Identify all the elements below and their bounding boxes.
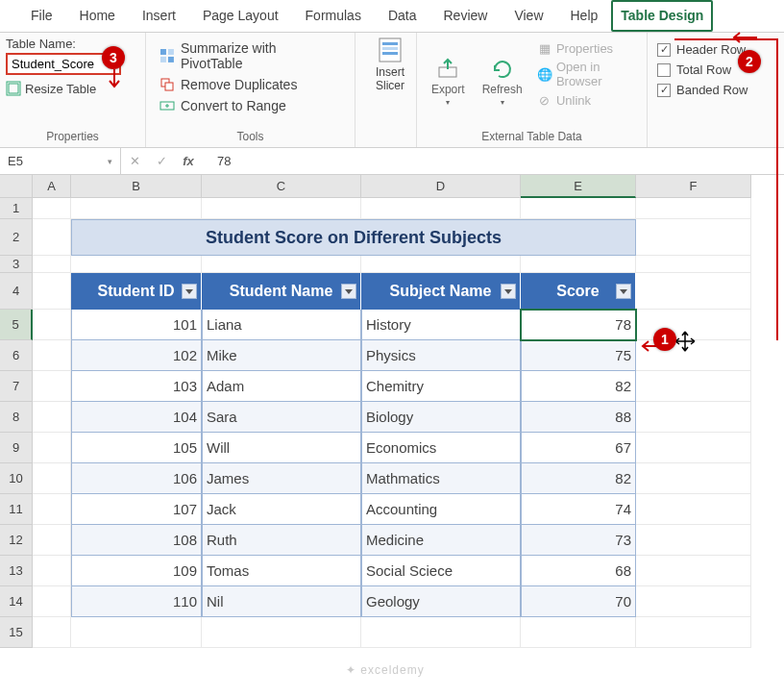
col-C[interactable]: C [202, 175, 361, 198]
th-student-id[interactable]: Student ID [71, 273, 202, 310]
cell-subject[interactable]: Chemitry [361, 371, 521, 402]
remove-duplicates-button[interactable]: Remove Duplicates [159, 77, 341, 92]
group-tools-label: Tools [152, 128, 349, 145]
cell-score[interactable]: 74 [521, 494, 636, 525]
tab-help[interactable]: Help [557, 0, 612, 32]
cell-score[interactable]: 75 [521, 340, 636, 371]
cell-id[interactable]: 101 [71, 310, 202, 340]
convert-range-button[interactable]: Convert to Range [159, 98, 341, 113]
cell-id[interactable]: 107 [71, 494, 202, 525]
refresh-label: Refresh [482, 83, 523, 96]
cell-subject[interactable]: Mathmatics [361, 463, 521, 494]
cell-score[interactable]: 67 [521, 433, 636, 463]
svg-rect-3 [168, 49, 174, 55]
row-5[interactable]: 5 [0, 310, 33, 340]
row-3[interactable]: 3 [0, 256, 33, 273]
th-subject-name[interactable]: Subject Name [361, 273, 521, 310]
cell-name[interactable]: Ruth [202, 525, 361, 556]
cell-score[interactable]: 82 [521, 371, 636, 402]
callout-3: 3 [102, 46, 125, 69]
refresh-button[interactable]: Refresh▾ [477, 37, 527, 128]
cell-id[interactable]: 110 [71, 586, 202, 617]
properties-icon: ▦ [537, 40, 552, 56]
cell-subject[interactable]: Economics [361, 433, 521, 463]
row-2[interactable]: 2 [0, 219, 33, 256]
cell-score[interactable]: 88 [521, 402, 636, 433]
row-9[interactable]: 9 [0, 433, 33, 463]
row-4[interactable]: 4 [0, 273, 33, 310]
cell-subject[interactable]: Biology [361, 402, 521, 433]
row-6[interactable]: 6 [0, 340, 33, 371]
row-15[interactable]: 15 [0, 617, 33, 648]
tab-insert[interactable]: Insert [129, 0, 189, 32]
fx-icon[interactable]: fx [175, 154, 202, 168]
row-1[interactable]: 1 [0, 198, 33, 219]
cell-name[interactable]: Adam [202, 371, 361, 402]
col-E[interactable]: E [521, 175, 636, 198]
col-B[interactable]: B [71, 175, 202, 198]
cell-subject[interactable]: History [361, 310, 521, 340]
cell-name[interactable]: James [202, 463, 361, 494]
name-box[interactable]: E5▾ [0, 148, 121, 174]
cell-score[interactable]: 82 [521, 463, 636, 494]
tab-data[interactable]: Data [375, 0, 430, 32]
cell-score[interactable]: 70 [521, 586, 636, 617]
worksheet[interactable]: A B C D E F 1 2 Student Score on Differe… [0, 175, 784, 648]
cell-subject[interactable]: Physics [361, 340, 521, 371]
tab-home[interactable]: Home [66, 0, 129, 32]
tab-view[interactable]: View [501, 0, 556, 32]
filter-icon[interactable] [182, 284, 197, 299]
svg-rect-2 [160, 49, 166, 55]
tab-review[interactable]: Review [430, 0, 502, 32]
cancel-formula-button[interactable]: ✕ [121, 154, 148, 168]
export-button[interactable]: Export▾ [423, 37, 473, 128]
tab-table-design[interactable]: Table Design [611, 0, 713, 32]
cell-id[interactable]: 103 [71, 371, 202, 402]
cell-name[interactable]: Will [202, 433, 361, 463]
cell-name[interactable]: Tomas [202, 556, 361, 586]
table-properties-button: ▦ Properties [537, 40, 635, 56]
cell-score[interactable]: 78 [521, 310, 636, 340]
summarize-pivot-button[interactable]: Summarize with PivotTable [159, 40, 341, 71]
row-13[interactable]: 13 [0, 556, 33, 586]
row-14[interactable]: 14 [0, 586, 33, 617]
row-11[interactable]: 11 [0, 494, 33, 525]
row-10[interactable]: 10 [0, 463, 33, 494]
cell-subject[interactable]: Social Sciece [361, 556, 521, 586]
tab-page-layout[interactable]: Page Layout [189, 0, 292, 32]
insert-slicer-button[interactable]: Insert Slicer [361, 37, 419, 92]
cell-score[interactable]: 73 [521, 525, 636, 556]
cell-id[interactable]: 102 [71, 340, 202, 371]
tab-file[interactable]: File [17, 0, 66, 32]
cell-id[interactable]: 109 [71, 556, 202, 586]
svg-rect-7 [165, 83, 173, 90]
row-12[interactable]: 12 [0, 525, 33, 556]
cell-name[interactable]: Mike [202, 340, 361, 371]
filter-icon[interactable] [616, 284, 631, 299]
cell-name[interactable]: Jack [202, 494, 361, 525]
callout-1: 1 [653, 328, 676, 351]
cell-name[interactable]: Liana [202, 310, 361, 340]
select-all-corner[interactable] [0, 175, 33, 198]
cell-id[interactable]: 108 [71, 525, 202, 556]
tab-formulas[interactable]: Formulas [292, 0, 375, 32]
cell-subject[interactable]: Geology [361, 586, 521, 617]
cell-subject[interactable]: Accounting [361, 494, 521, 525]
filter-icon[interactable] [341, 284, 356, 299]
slicer-icon [377, 37, 404, 63]
cell-id[interactable]: 106 [71, 463, 202, 494]
th-score[interactable]: Score [521, 273, 636, 310]
cell-name[interactable]: Nil [202, 586, 361, 617]
cell-score[interactable]: 68 [521, 556, 636, 586]
row-8[interactable]: 8 [0, 402, 33, 433]
col-A[interactable]: A [33, 175, 71, 198]
cell-id[interactable]: 105 [71, 433, 202, 463]
filter-icon[interactable] [501, 284, 516, 299]
col-D[interactable]: D [361, 175, 521, 198]
cell-id[interactable]: 104 [71, 402, 202, 433]
cell-subject[interactable]: Medicine [361, 525, 521, 556]
accept-formula-button[interactable]: ✓ [148, 154, 175, 168]
th-student-name[interactable]: Student Name [202, 273, 361, 310]
cell-name[interactable]: Sara [202, 402, 361, 433]
row-7[interactable]: 7 [0, 371, 33, 402]
